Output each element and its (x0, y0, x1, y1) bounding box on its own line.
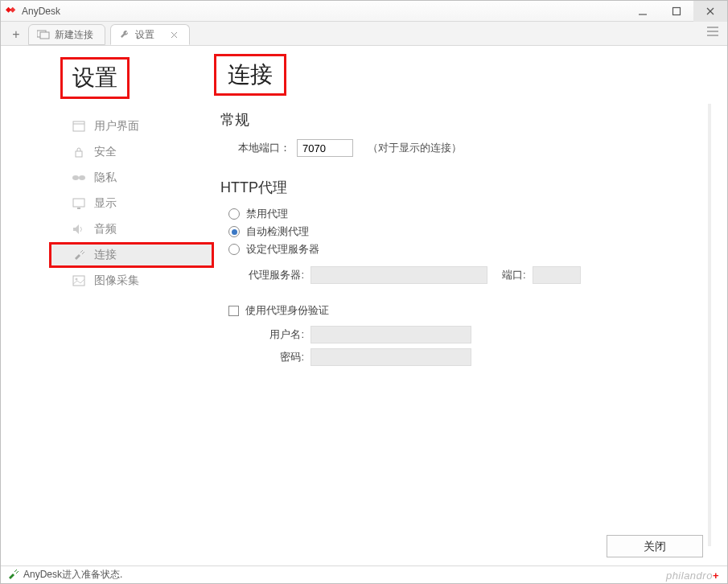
proxy-radio-manual[interactable]: 设定代理服务器 (228, 242, 700, 257)
panel-title: 连接 (214, 54, 286, 96)
proxy-auth-checkbox[interactable]: 使用代理身份验证 (228, 303, 700, 318)
window-controls (626, 1, 727, 22)
sidebar-item-label: 隐私 (94, 171, 117, 185)
lock-icon (72, 146, 86, 158)
tab-label: 新建连接 (55, 28, 93, 42)
sidebar-item-security[interactable]: 安全 (49, 139, 202, 165)
close-tab-button[interactable] (171, 31, 178, 39)
status-bar: AnyDesk进入准备状态. philandro+ (1, 565, 727, 583)
svg-line-25 (14, 570, 17, 572)
sidebar-heading: 设置 (60, 57, 130, 99)
svg-point-16 (72, 175, 79, 180)
radio-icon (228, 208, 240, 220)
svg-point-17 (79, 175, 85, 180)
new-tab-button[interactable]: + (4, 24, 28, 45)
svg-rect-18 (73, 199, 84, 207)
radio-label: 禁用代理 (246, 207, 288, 221)
image-icon (72, 275, 86, 286)
radio-icon (228, 244, 240, 255)
settings-panel: 连接 常规 本地端口： （对于显示的连接） HTTP代理 禁用代理 自动检测代理… (214, 46, 727, 565)
wrench-icon (119, 29, 130, 40)
proxy-port-input[interactable] (533, 266, 581, 284)
display-icon (72, 198, 86, 209)
radio-label: 自动检测代理 (246, 224, 309, 239)
sidebar-item-label: 连接 (94, 248, 117, 262)
sidebar-item-audio[interactable]: 音频 (49, 216, 202, 242)
section-proxy-heading: HTTP代理 (220, 178, 700, 197)
local-port-row: 本地端口： （对于显示的连接） (238, 139, 700, 157)
proxy-pass-label: 密码: (262, 350, 304, 364)
tab-new-connection[interactable]: 新建连接 (28, 24, 105, 45)
checkbox-icon (228, 306, 239, 316)
proxy-radio-auto[interactable]: 自动检测代理 (228, 224, 700, 239)
brand-text: philandro+ (666, 570, 719, 582)
sidebar-item-label: 用户界面 (94, 119, 139, 134)
proxy-user-label: 用户名: (262, 327, 304, 342)
checkbox-label: 使用代理身份验证 (245, 303, 329, 318)
proxy-pass-input[interactable] (311, 348, 471, 366)
section-general-heading: 常规 (220, 110, 700, 130)
sidebar-item-display[interactable]: 显示 (49, 191, 202, 216)
status-text: AnyDesk进入准备状态. (23, 568, 122, 582)
panel-scroll[interactable]: 常规 本地端口： （对于显示的连接） HTTP代理 禁用代理 自动检测代理 设定… (214, 104, 711, 546)
speaker-icon (72, 224, 86, 235)
proxy-user-row: 用户名: (262, 326, 700, 343)
sidebar-item-connection[interactable]: 连接 (49, 242, 214, 268)
sidebar-item-label: 安全 (94, 145, 117, 159)
svg-line-22 (82, 252, 84, 254)
proxy-radio-disable[interactable]: 禁用代理 (228, 207, 700, 221)
svg-rect-3 (673, 8, 681, 15)
radio-icon (228, 226, 240, 237)
svg-line-26 (16, 571, 19, 574)
sidebar-item-privacy[interactable]: 隐私 (49, 165, 202, 191)
monitor-icon (37, 30, 50, 39)
svg-rect-13 (73, 121, 84, 131)
app-logo-icon (6, 6, 17, 17)
content-area: 设置 用户界面 安全 隐私 显示 音频 连接 图像采集 (1, 46, 727, 565)
proxy-port-label: 端口: (502, 268, 526, 282)
svg-point-24 (76, 278, 78, 281)
sidebar-item-capture[interactable]: 图像采集 (49, 268, 202, 294)
sidebar-item-ui[interactable]: 用户界面 (49, 113, 202, 139)
menu-button[interactable] (706, 26, 719, 37)
svg-rect-15 (76, 151, 82, 157)
ui-icon (72, 121, 86, 132)
radio-label: 设定代理服务器 (246, 242, 319, 257)
status-icon (7, 570, 19, 581)
settings-sidebar: 设置 用户界面 安全 隐私 显示 音频 连接 图像采集 (1, 46, 214, 565)
proxy-pass-row: 密码: (262, 348, 700, 366)
sidebar-item-label: 图像采集 (94, 273, 139, 288)
close-window-button[interactable] (693, 1, 727, 22)
svg-line-21 (80, 250, 83, 253)
proxy-user-input[interactable] (311, 326, 471, 343)
svg-marker-20 (73, 224, 79, 234)
svg-rect-7 (40, 32, 49, 39)
local-port-hint: （对于显示的连接） (368, 141, 462, 155)
maximize-button[interactable] (660, 1, 693, 22)
panel-button-row: 关闭 (607, 535, 703, 557)
minimize-button[interactable] (626, 1, 660, 22)
proxy-server-label: 代理服务器: (246, 268, 304, 282)
tab-label: 设置 (135, 28, 154, 42)
close-button[interactable]: 关闭 (607, 535, 703, 557)
sidebar-item-label: 显示 (94, 196, 117, 211)
glasses-icon (72, 174, 86, 182)
local-port-label: 本地端口： (238, 141, 290, 155)
plug-icon (72, 249, 86, 261)
svg-marker-1 (10, 6, 15, 12)
title-bar: AnyDesk (1, 1, 727, 22)
sidebar-item-label: 音频 (94, 222, 117, 236)
tab-bar: + 新建连接 设置 (1, 22, 727, 46)
proxy-server-row: 代理服务器: 端口: (246, 266, 700, 284)
app-title: AnyDesk (22, 6, 60, 17)
tab-settings[interactable]: 设置 (110, 24, 190, 45)
proxy-server-input[interactable] (311, 266, 487, 284)
local-port-input[interactable] (297, 139, 353, 157)
